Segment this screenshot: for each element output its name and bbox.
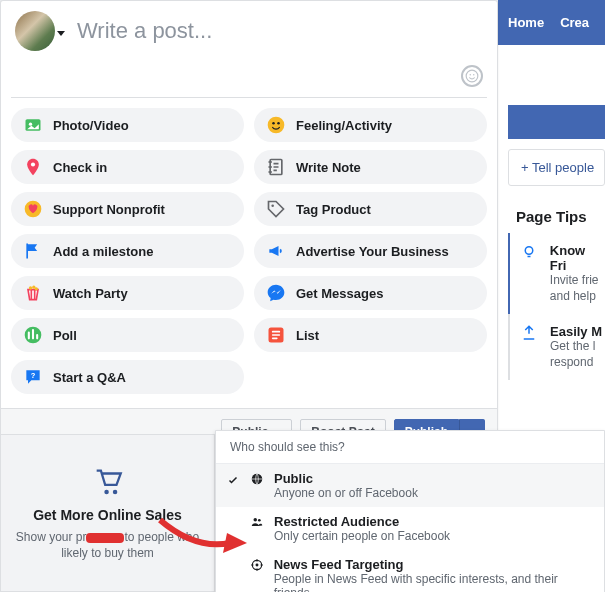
- tell-people-panel[interactable]: + Tell people: [508, 149, 605, 186]
- option-label: Add a milestone: [53, 244, 153, 259]
- svg-point-1: [466, 70, 478, 82]
- svg-point-15: [271, 204, 274, 207]
- bulb-icon: [520, 243, 540, 263]
- photo-icon: [23, 115, 43, 135]
- item-sub: Only certain people on Facebook: [274, 529, 450, 543]
- svg-point-9: [31, 162, 35, 166]
- svg-rect-11: [269, 161, 272, 163]
- option-feeling[interactable]: Feeling/Activity: [254, 108, 487, 142]
- promo-card[interactable]: Get More Online Sales Show your prto peo…: [0, 434, 215, 592]
- svg-point-18: [35, 287, 38, 290]
- dropdown-item-newsfeed[interactable]: News Feed Targeting People in News Feed …: [216, 550, 604, 592]
- marker-icon: [520, 324, 540, 344]
- option-label: Start a Q&A: [53, 370, 126, 385]
- option-milestone[interactable]: Add a milestone: [11, 234, 244, 268]
- avatar: [15, 11, 55, 51]
- svg-point-22: [104, 489, 109, 494]
- popcorn-icon: [23, 283, 43, 303]
- nav-create[interactable]: Crea: [560, 15, 589, 30]
- svg-point-7: [272, 122, 275, 125]
- promo-sub: Show your prto people who likely to buy …: [16, 529, 199, 561]
- emoji-button[interactable]: [461, 65, 483, 87]
- option-label: Support Nonprofit: [53, 202, 165, 217]
- audience-dropdown: Who should see this? Public Anyone on or…: [215, 430, 605, 592]
- post-composer: Write a post... Photo/Video Feeling/Acti…: [0, 0, 498, 456]
- item-title: Public: [274, 471, 418, 486]
- option-nonprofit[interactable]: Support Nonprofit: [11, 192, 244, 226]
- svg-rect-12: [269, 166, 272, 168]
- pin-icon: [23, 157, 43, 177]
- tip-sub: Get the l: [550, 339, 602, 355]
- svg-point-28: [255, 564, 258, 567]
- tip-sub: Invite frie: [550, 273, 605, 289]
- tell-people-label: + Tell people: [521, 160, 594, 175]
- option-qa[interactable]: ? Start a Q&A: [11, 360, 244, 394]
- option-label: Poll: [53, 328, 77, 343]
- svg-point-6: [268, 117, 285, 134]
- option-list[interactable]: List: [254, 318, 487, 352]
- dropdown-header: Who should see this?: [216, 431, 604, 464]
- option-watch-party[interactable]: Watch Party: [11, 276, 244, 310]
- option-label: Check in: [53, 160, 107, 175]
- avatar-selector[interactable]: [15, 11, 65, 51]
- option-poll[interactable]: Poll: [11, 318, 244, 352]
- item-title: Restricted Audience: [274, 514, 450, 529]
- svg-point-3: [473, 74, 475, 76]
- option-label: Watch Party: [53, 286, 128, 301]
- svg-point-5: [29, 123, 32, 126]
- svg-rect-13: [269, 171, 272, 173]
- option-label: Get Messages: [296, 286, 383, 301]
- svg-point-16: [29, 286, 32, 289]
- page-tips-header: Page Tips: [508, 198, 605, 233]
- option-label: Photo/Video: [53, 118, 129, 133]
- page-tip-row[interactable]: Know Fri Invite frie and help: [508, 233, 605, 314]
- check-icon: [226, 471, 240, 486]
- messenger-icon: [266, 283, 286, 303]
- tip-title: Know Fri: [550, 243, 605, 273]
- dropdown-item-restricted[interactable]: Restricted Audience Only certain people …: [216, 507, 604, 550]
- top-nav: Home Crea: [498, 0, 605, 45]
- smile-icon: [465, 69, 479, 83]
- item-sub: Anyone on or off Facebook: [274, 486, 418, 500]
- item-title: News Feed Targeting: [274, 557, 594, 572]
- divider: [11, 97, 487, 98]
- option-advertise[interactable]: Advertise Your Business: [254, 234, 487, 268]
- note-icon: [266, 157, 286, 177]
- list-icon: [266, 325, 286, 345]
- option-label: Tag Product: [296, 202, 371, 217]
- heart-coin-icon: [23, 199, 43, 219]
- compose-header: Write a post...: [1, 1, 497, 65]
- option-messages[interactable]: Get Messages: [254, 276, 487, 310]
- item-sub: People in News Feed with specific intere…: [274, 572, 594, 592]
- option-note[interactable]: Write Note: [254, 150, 487, 184]
- option-label: Advertise Your Business: [296, 244, 449, 259]
- options-grid: Photo/Video Feeling/Activity Check in Wr…: [1, 108, 497, 408]
- chevron-down-icon: [57, 24, 65, 39]
- nav-home[interactable]: Home: [508, 15, 544, 30]
- svg-point-23: [112, 489, 117, 494]
- option-checkin[interactable]: Check in: [11, 150, 244, 184]
- page-tip-row[interactable]: Easily M Get the l respond: [508, 314, 605, 380]
- option-tag-product[interactable]: Tag Product: [254, 192, 487, 226]
- svg-point-26: [258, 519, 261, 522]
- redaction: [86, 533, 124, 543]
- bg-cta-button[interactable]: [508, 105, 605, 139]
- flag-icon: [23, 241, 43, 261]
- cart-icon: [91, 465, 125, 499]
- chat-icon: ?: [23, 367, 43, 387]
- svg-point-8: [277, 122, 280, 125]
- smile-icon: [266, 115, 286, 135]
- dropdown-item-public[interactable]: Public Anyone on or off Facebook: [216, 464, 604, 507]
- tip-sub: and help: [550, 289, 605, 305]
- option-label: Write Note: [296, 160, 361, 175]
- target-icon: [248, 557, 266, 572]
- megaphone-icon: [266, 241, 286, 261]
- svg-point-2: [469, 74, 471, 76]
- option-label: List: [296, 328, 319, 343]
- svg-point-25: [254, 518, 258, 522]
- promo-title: Get More Online Sales: [33, 507, 182, 523]
- svg-point-0: [525, 247, 533, 255]
- tip-sub: respond: [550, 355, 602, 371]
- compose-placeholder[interactable]: Write a post...: [77, 18, 483, 44]
- option-photo-video[interactable]: Photo/Video: [11, 108, 244, 142]
